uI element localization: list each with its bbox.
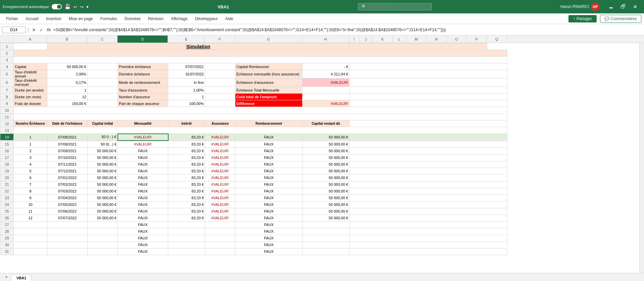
- col-header-o[interactable]: O: [447, 36, 467, 43]
- menu-insertion[interactable]: Insertion: [43, 15, 65, 22]
- menu-fichier[interactable]: Fichier: [3, 15, 21, 22]
- table-row: 11: [0, 114, 507, 120]
- table-row[interactable]: 16207/09/202150 000,00 €FAUX83,33 €#VALE…: [0, 148, 507, 154]
- autosave-label: Enregistrement automatique: [3, 5, 49, 9]
- comments-icon: 💬: [604, 16, 609, 21]
- table-row[interactable]: 251107/06/202250 000,00 €FAUX83,33 €#VAL…: [0, 208, 507, 215]
- table-row: 3: [0, 57, 507, 63]
- table-row[interactable]: 261207/07/202250 000,00 €FAUX83,33 €#VAL…: [0, 215, 507, 221]
- win-controls: 🗕 🗗 ✕: [605, 0, 641, 13]
- table-row: 6 Taux d'intérêt mensuel 0,17% Mode de r…: [0, 78, 507, 87]
- table-row[interactable]: 17307/10/202150 000,00 €FAUX83,33 €#VALE…: [0, 154, 507, 161]
- autosave-toggle[interactable]: [52, 4, 62, 9]
- table-row: 13: [0, 127, 507, 134]
- redo-icon[interactable]: ↪: [80, 4, 84, 9]
- table-row: 1 Simulation: [0, 43, 507, 50]
- col-header-i[interactable]: I: [349, 36, 359, 43]
- formula-bar: | ✕ ✓ fx: [0, 24, 644, 36]
- table-row: 2: [0, 50, 507, 57]
- row-num-header: [0, 36, 13, 43]
- formula-bar-sep: |: [27, 27, 30, 33]
- menu-accueil[interactable]: Accueil: [22, 15, 42, 22]
- user-name: Harun PINARCI: [560, 4, 589, 9]
- app-name: VBA1: [218, 4, 229, 9]
- search-input[interactable]: [369, 4, 422, 9]
- minimize-button[interactable]: 🗕: [605, 0, 617, 13]
- menu-revision[interactable]: Révision: [145, 15, 167, 22]
- menu-formules[interactable]: Formules: [97, 15, 121, 22]
- data-rows: 15107/08/202150 0(...) € #VALEUR!83,33 €…: [0, 141, 507, 255]
- undo-icon[interactable]: ↩: [74, 4, 77, 9]
- col-header-q[interactable]: Q: [487, 36, 507, 43]
- col-header-e[interactable]: E: [168, 36, 205, 43]
- table-row[interactable]: 30FAUXFAUX: [0, 241, 507, 248]
- table-row[interactable]: 28FAUXFAUX: [0, 228, 507, 235]
- spreadsheet-table: 1 Simulation 2 3: [0, 43, 507, 141]
- comments-button[interactable]: 💬 Commentaires: [600, 15, 641, 23]
- sheet-area[interactable]: 1 Simulation 2 3: [0, 43, 639, 273]
- table-row[interactable]: 241007/05/202250 000,00 €FAUX83,33 €#VAL…: [0, 201, 507, 208]
- col-header-b[interactable]: B: [47, 36, 87, 43]
- col-header-h[interactable]: H: [302, 36, 349, 43]
- search-box[interactable]: 🔍: [358, 3, 432, 10]
- avatar: HP: [591, 2, 600, 11]
- table-row[interactable]: 29FAUXFAUX: [0, 235, 507, 241]
- table-row: 10: [0, 107, 507, 114]
- vertical-scrollbar[interactable]: [639, 43, 644, 273]
- add-sheet-button[interactable]: ＋: [1, 273, 11, 281]
- col-header-a[interactable]: A: [13, 36, 47, 43]
- column-headers: A B C D E F G H I J K L M N O P Q: [0, 36, 644, 43]
- close-button[interactable]: ✕: [629, 0, 641, 13]
- table-row[interactable]: 22807/03/202250 000,00 €FAUX83,33 €#VALE…: [0, 188, 507, 194]
- table-row: 5 Taux d'intérêt annuel 2,00% Dernière é…: [0, 70, 507, 78]
- sheet-tabs: ＋ VBA1: [0, 273, 644, 281]
- col-header-p[interactable]: P: [467, 36, 487, 43]
- save-icon[interactable]: 💾: [64, 4, 71, 10]
- column-header-row: 12 Numéro Échéance Date de l'échéance Ca…: [0, 120, 507, 127]
- fx-label: fx: [46, 27, 52, 32]
- formula-input[interactable]: [53, 27, 642, 32]
- menu-bar: Fichier Accueil Insertion Mise en page F…: [0, 13, 644, 24]
- col-header-l[interactable]: L: [393, 36, 406, 43]
- col-header-d[interactable]: D: [118, 36, 168, 43]
- table-row: 7 Durée (en année) 1 Taux d'assurance 2,…: [0, 87, 507, 94]
- table-row[interactable]: 18407/11/202150 000,00 €FAUX83,33 €#VALE…: [0, 161, 507, 168]
- search-icon: 🔍: [362, 4, 367, 9]
- col-header-j[interactable]: J: [359, 36, 373, 43]
- menu-mise-en-page[interactable]: Mise en page: [65, 15, 96, 22]
- menu-developpeur[interactable]: Développeur: [192, 15, 221, 22]
- table-row: 8 Durée (en mois) 12 Nombre d'assureur 1…: [0, 94, 507, 100]
- maximize-button[interactable]: 🗗: [617, 0, 629, 13]
- table-row[interactable]: 15107/08/202150 0(...) € #VALEUR!83,33 €…: [0, 141, 507, 148]
- col-header-g[interactable]: G: [235, 36, 302, 43]
- cell-reference[interactable]: [2, 26, 26, 33]
- user-area: Harun PINARCI HP: [560, 2, 600, 11]
- menu-donnees[interactable]: Données: [121, 15, 144, 22]
- table-row: 9 Frais de dossier 150,00 € Part de chaq…: [0, 100, 507, 107]
- table-row[interactable]: 23907/04/202250 000,00 €FAUX83,33 €#VALE…: [0, 194, 507, 201]
- table-row[interactable]: 27FAUXFAUX: [0, 221, 507, 228]
- col-header-n[interactable]: N: [426, 36, 447, 43]
- cancel-input-icon[interactable]: ✕: [31, 27, 37, 33]
- table-row[interactable]: 21707/02/202250 000,00 €FAUX83,33 €#VALE…: [0, 181, 507, 188]
- sheet-tab-vba1[interactable]: VBA1: [11, 275, 31, 281]
- col-header-f[interactable]: F: [205, 36, 235, 43]
- col-header-c[interactable]: C: [87, 36, 118, 43]
- col-header-k[interactable]: K: [373, 36, 393, 43]
- table-row[interactable]: 14 1 07/08/2021 50 0⚠) € #VALEUR! 83,33 …: [0, 134, 507, 140]
- menu-affichage[interactable]: Affichage: [168, 15, 191, 22]
- table-row: 4 Capital 50 000,00 € Première échéance …: [0, 63, 507, 70]
- table-row[interactable]: 31FAUXFAUX: [0, 248, 507, 255]
- more-icon[interactable]: ▾: [86, 4, 89, 9]
- menu-aide[interactable]: Aide: [222, 15, 237, 22]
- share-button[interactable]: ↑ Partager: [568, 15, 597, 22]
- col-header-m[interactable]: M: [406, 36, 426, 43]
- table-row[interactable]: 20607/01/202250 000,00 €FAUX83,33 €#VALE…: [0, 174, 507, 181]
- share-icon: ↑: [573, 16, 575, 21]
- title-bar: Enregistrement automatique 💾 ↩ ↪ ▾ VBA1 …: [0, 0, 644, 13]
- confirm-input-icon[interactable]: ✓: [38, 27, 44, 33]
- table-row[interactable]: 19507/12/202150 000,00 €FAUX83,33 €#VALE…: [0, 168, 507, 174]
